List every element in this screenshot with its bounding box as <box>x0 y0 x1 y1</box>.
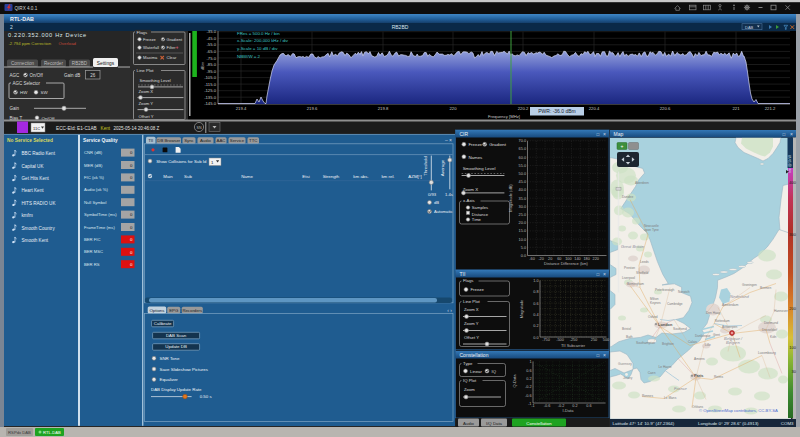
svg-text:-0.6: -0.6 <box>544 404 551 408</box>
svg-text:km @ 5kW: km @ 5kW <box>788 155 792 173</box>
svg-text:15.0: 15.0 <box>519 229 526 233</box>
svg-text:AGC Selector: AGC Selector <box>13 81 41 86</box>
svg-text:Leeds: Leeds <box>640 260 649 264</box>
svg-text:-0.6: -0.6 <box>525 394 532 398</box>
svg-text:220: 220 <box>593 257 599 261</box>
svg-text:Update DB: Update DB <box>165 344 187 349</box>
svg-text:Recorders: Recorders <box>182 308 202 313</box>
svg-text:55.0: 55.0 <box>519 164 526 168</box>
svg-text:DAB Display Update Rate: DAB Display Update Rate <box>151 387 202 392</box>
svg-text:-145.0: -145.0 <box>204 101 217 106</box>
svg-text:Offset Y: Offset Y <box>464 335 479 340</box>
svg-text:Names: Names <box>468 155 483 160</box>
svg-text:Offset Y: Offset Y <box>139 114 154 119</box>
svg-text:COM3: COM3 <box>781 421 794 426</box>
svg-text:Luxembourg: Luxembourg <box>758 351 776 355</box>
svg-text:Smoothing Level: Smoothing Level <box>140 78 171 83</box>
svg-text:Zoom X: Zoom X <box>139 89 154 94</box>
svg-text:400: 400 <box>789 180 796 185</box>
svg-text:Flags: Flags <box>463 278 474 283</box>
svg-text:1: 1 <box>529 360 531 364</box>
svg-text:Maxima: Maxima <box>143 55 158 60</box>
svg-text:0.2: 0.2 <box>526 377 531 381</box>
svg-text:Save Slideshow Pictures: Save Slideshow Pictures <box>160 367 209 372</box>
svg-text:Linear: Linear <box>470 369 483 374</box>
svg-text:Time: Time <box>472 217 482 222</box>
svg-text:220.4: 220.4 <box>589 106 600 111</box>
svg-text:Jersey: Jersey <box>623 376 633 380</box>
svg-text:Audio: Audio <box>200 138 212 143</box>
svg-text:220.6: 220.6 <box>660 106 671 111</box>
svg-text:20.0: 20.0 <box>519 221 526 225</box>
svg-text:-45.0: -45.0 <box>206 36 216 41</box>
svg-text:Map: Map <box>614 131 624 137</box>
svg-text:London: London <box>658 322 673 327</box>
svg-text:Main: Main <box>163 174 173 179</box>
svg-text:Groningen: Groningen <box>742 283 757 287</box>
svg-text:Zoom X: Zoom X <box>464 307 479 312</box>
svg-text:-35.0: -35.0 <box>206 29 216 34</box>
svg-text:Nederland: Nederland <box>730 294 750 299</box>
svg-text:‹ ›: ‹ › <box>447 307 452 313</box>
svg-text:Kent: Kent <box>101 126 111 131</box>
svg-text:Bath: Bath <box>626 335 633 339</box>
svg-text:Q-Data: Q-Data <box>512 374 517 388</box>
svg-text:10.0: 10.0 <box>519 238 526 242</box>
svg-text:Le Mans: Le Mans <box>664 396 677 400</box>
svg-text:219.6: 219.6 <box>307 106 318 111</box>
svg-text:BER RS: BER RS <box>84 262 100 267</box>
svg-text:BER FIC: BER FIC <box>84 237 101 242</box>
svg-text:Service: Service <box>230 138 245 143</box>
svg-text:Overload: Overload <box>59 41 77 46</box>
svg-text:AGC: AGC <box>10 73 21 78</box>
svg-text:1.4s: 1.4s <box>445 192 453 197</box>
svg-text:FIC (ok %): FIC (ok %) <box>84 175 105 180</box>
svg-text:France: France <box>674 386 687 391</box>
svg-text:Hannover: Hannover <box>774 309 789 313</box>
svg-text:Gain dB: Gain dB <box>64 73 80 78</box>
svg-text:Sync: Sync <box>184 138 194 143</box>
svg-text:upon Tyne: upon Tyne <box>644 228 659 232</box>
svg-text:-250: -250 <box>570 338 578 342</box>
svg-text:0/93: 0/93 <box>428 192 437 197</box>
svg-text:Clear: Clear <box>167 55 177 60</box>
svg-text:□: □ <box>783 132 786 137</box>
svg-text:Le Havre: Le Havre <box>659 365 672 369</box>
svg-text:Zoom X: Zoom X <box>463 187 478 192</box>
svg-text:30.0: 30.0 <box>519 205 526 209</box>
svg-text:IQ Plot: IQ Plot <box>463 378 477 383</box>
svg-text:Show Collisions for Sub Id: Show Collisions for Sub Id <box>156 159 207 164</box>
svg-text:I-Data: I-Data <box>563 408 575 413</box>
svg-text:Freeze: Freeze <box>468 142 482 147</box>
svg-text:RSPdx DAB: RSPdx DAB <box>8 430 31 435</box>
svg-text:Line Plot: Line Plot <box>463 299 481 304</box>
svg-text:-2.794 ppm Correction: -2.794 ppm Correction <box>8 41 51 46</box>
svg-text:km abs.: km abs. <box>353 174 368 179</box>
svg-text:Zoom Y: Zoom Y <box>464 321 479 326</box>
svg-text:HITS RADIO UK: HITS RADIO UK <box>22 201 57 206</box>
svg-text:Longitude 0° 29' 28.6" (0.4913: Longitude 0° 29' 28.6" (0.4913) <box>698 421 759 426</box>
svg-text:0.4: 0.4 <box>533 313 538 317</box>
svg-text:-115.0: -115.0 <box>204 82 216 87</box>
svg-text:Smoothing Level: Smoothing Level <box>463 166 496 171</box>
svg-text:RTL-DAB: RTL-DAB <box>10 16 34 22</box>
svg-text:Zoom Y: Zoom Y <box>139 101 154 106</box>
svg-text:11C: 11C <box>33 126 40 131</box>
svg-text:TTC: TTC <box>249 138 257 143</box>
svg-text:Den Haag: Den Haag <box>706 311 721 315</box>
svg-text:Audio: Audio <box>463 421 475 426</box>
svg-text:-105.0: -105.0 <box>204 75 217 80</box>
svg-text:30: 30 <box>792 369 797 374</box>
svg-text:-0.2: -0.2 <box>525 385 532 389</box>
svg-text:BBC Radio Kent: BBC Radio Kent <box>22 151 56 156</box>
svg-text:Equalizer: Equalizer <box>160 377 179 382</box>
svg-text:DB Browser: DB Browser <box>157 138 180 143</box>
svg-text:0.0: 0.0 <box>521 254 526 258</box>
svg-text:I/Q Data: I/Q Data <box>486 421 503 426</box>
svg-text:5.0: 5.0 <box>521 246 526 250</box>
svg-text:Connection: Connection <box>11 61 35 66</box>
svg-text:Amsterdam: Amsterdam <box>722 303 739 307</box>
svg-text:Recorder: Recorder <box>44 61 63 66</box>
svg-text:Flags: Flags <box>137 30 149 35</box>
svg-text:□: □ <box>597 272 600 277</box>
